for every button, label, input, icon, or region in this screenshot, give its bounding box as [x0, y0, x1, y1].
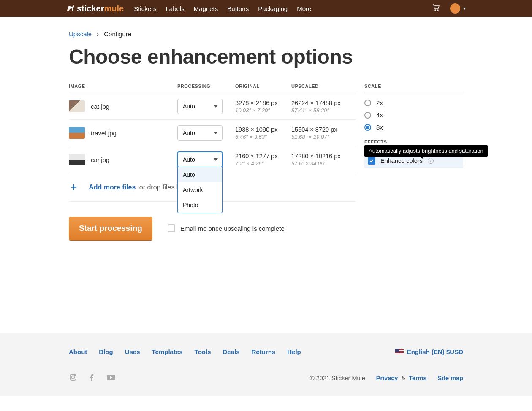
logo[interactable]: stickermule: [66, 4, 124, 14]
breadcrumb-current: Configure: [104, 30, 131, 38]
upscaled-px: 15504 × 8720 px: [291, 126, 347, 133]
scale-option[interactable]: 2x: [364, 99, 463, 106]
file-thumbnail: [69, 127, 85, 139]
breadcrumb-upscale[interactable]: Upscale: [69, 30, 92, 38]
upscaled-in: 87.41" × 58.29": [291, 107, 347, 114]
account-menu[interactable]: [450, 3, 466, 14]
radio-button[interactable]: [364, 112, 371, 119]
cart-icon[interactable]: [432, 4, 440, 13]
original-in: 7.2" × 4.26": [235, 160, 291, 167]
add-files-link[interactable]: Add more files: [89, 184, 136, 191]
logo-text-2: mule: [104, 4, 124, 14]
nav-stickers[interactable]: Stickers: [134, 5, 156, 12]
scale-option[interactable]: 4x: [364, 111, 463, 119]
ampersand: &: [401, 375, 405, 381]
facebook-icon[interactable]: [87, 373, 96, 383]
processing-select[interactable]: Auto: [177, 125, 223, 141]
processing-select[interactable]: Auto: [177, 99, 223, 114]
original-in: 10.93" × 7.29": [235, 107, 291, 114]
copyright: © 2021 Sticker Mule: [310, 375, 365, 381]
info-icon[interactable]: i: [428, 158, 434, 164]
footer-link[interactable]: About: [69, 348, 87, 355]
svg-point-2: [75, 375, 76, 376]
mule-icon: [66, 5, 75, 12]
effects-header: EFFECTS Automatically adjusts brightness…: [364, 139, 463, 144]
th-processing: PROCESSING: [177, 84, 235, 89]
start-processing-button[interactable]: Start processing: [69, 217, 152, 240]
radio-button[interactable]: [364, 100, 371, 106]
select-value: Auto: [183, 130, 195, 136]
radio-label: 4x: [376, 111, 383, 119]
original-px: 3278 × 2186 px: [235, 100, 291, 106]
nav-buttons[interactable]: Buttons: [227, 5, 249, 12]
select-value: Auto: [183, 156, 195, 163]
footer-link[interactable]: Returns: [252, 348, 276, 355]
enhance-tooltip: Automatically adjusts brightness and sat…: [364, 145, 488, 157]
privacy-link[interactable]: Privacy: [376, 375, 398, 381]
file-thumbnail: [69, 154, 85, 165]
original-px: 2160 × 1277 px: [235, 153, 291, 160]
top-header: stickermule Stickers Labels Magnets Butt…: [0, 0, 532, 17]
table-header: IMAGE PROCESSING ORIGINAL UPSCALED: [69, 84, 356, 93]
footer-link[interactable]: Help: [287, 348, 301, 355]
chevron-right-icon: ›: [97, 30, 99, 38]
caret-down-icon: [214, 105, 218, 108]
select-value: Auto: [183, 103, 195, 110]
radio-label: 2x: [376, 99, 383, 106]
youtube-icon[interactable]: [106, 373, 116, 383]
main-nav: Stickers Labels Magnets Buttons Packagin…: [134, 5, 311, 12]
footer-link[interactable]: Uses: [125, 348, 140, 355]
footer: AboutBlogUsesTemplatesToolsDealsReturnsH…: [0, 333, 532, 396]
footer-link[interactable]: Blog: [99, 348, 113, 355]
email-checkbox[interactable]: [168, 224, 175, 232]
dropdown-option[interactable]: Auto: [178, 167, 222, 182]
email-label: Email me once upscaling is complete: [180, 225, 285, 232]
radio-button[interactable]: [364, 124, 371, 131]
email-checkbox-row[interactable]: Email me once upscaling is complete: [168, 224, 285, 232]
avatar: [450, 3, 460, 14]
instagram-icon[interactable]: [69, 373, 77, 383]
enhance-label: Enhance colors: [380, 157, 423, 164]
upscaled-px: 17280 × 10216 px: [291, 153, 347, 160]
logo-text-1: sticker: [77, 4, 104, 14]
file-name: travel.jpg: [91, 130, 117, 137]
breadcrumb: Upscale › Configure: [69, 30, 463, 38]
caret-down-icon: [214, 158, 218, 161]
upscaled-in: 51.68" × 29.07": [291, 134, 347, 140]
terms-link[interactable]: Terms: [409, 375, 426, 381]
nav-packaging[interactable]: Packaging: [258, 5, 288, 12]
footer-link[interactable]: Tools: [195, 348, 211, 355]
svg-point-1: [72, 376, 75, 379]
footer-link[interactable]: Templates: [152, 348, 183, 355]
scale-option[interactable]: 8x: [364, 124, 463, 131]
dropdown-option[interactable]: Photo: [178, 197, 222, 213]
processing-dropdown: AutoArtworkPhoto: [177, 167, 223, 213]
file-name: cat.jpg: [91, 103, 109, 110]
radio-label: 8x: [376, 124, 383, 131]
dropdown-option[interactable]: Artwork: [178, 182, 222, 197]
processing-select[interactable]: Auto: [177, 152, 223, 167]
footer-link[interactable]: Deals: [223, 348, 240, 355]
scale-header: SCALE: [364, 84, 463, 93]
th-original: ORIGINAL: [235, 84, 291, 89]
original-px: 1938 × 1090 px: [235, 126, 291, 133]
table-row: cat.jpg Auto 3278 × 2186 px 10.93" × 7.2…: [69, 93, 356, 120]
sitemap-link[interactable]: Site map: [438, 375, 463, 381]
original-in: 6.46" × 3.63": [235, 134, 291, 140]
nav-labels[interactable]: Labels: [166, 5, 185, 12]
th-image: IMAGE: [69, 84, 177, 89]
enhance-checkbox[interactable]: [368, 157, 375, 165]
table-row: travel.jpg Auto 1938 × 1090 px 6.46" × 3…: [69, 120, 356, 146]
caret-down-icon: [214, 132, 218, 134]
chevron-down-icon: [463, 8, 466, 10]
page-title: Choose enhancement options: [69, 45, 463, 68]
check-icon: [369, 158, 374, 163]
locale-selector[interactable]: English (EN) $USD: [395, 348, 463, 355]
us-flag-icon: [395, 349, 404, 354]
upscaled-px: 26224 × 17488 px: [291, 100, 347, 106]
plus-icon[interactable]: +: [71, 181, 77, 194]
nav-more[interactable]: More: [297, 5, 311, 12]
upscaled-in: 57.6" × 34.05": [291, 160, 347, 167]
file-thumbnail: [69, 100, 85, 112]
nav-magnets[interactable]: Magnets: [194, 5, 218, 12]
